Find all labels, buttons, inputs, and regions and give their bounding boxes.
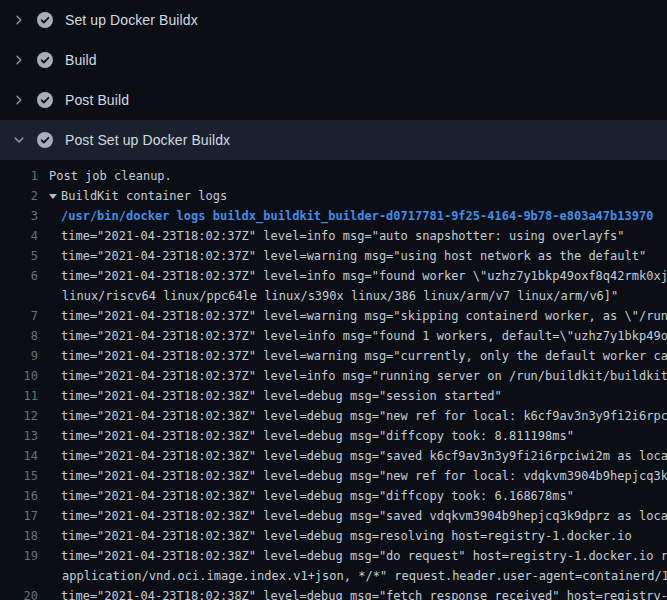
- log-text: time="2021-04-23T18:02:38Z" level=debug …: [61, 529, 632, 543]
- log-text-wrapper: application/vnd.oci.image.index.v1+json,…: [62, 566, 667, 586]
- line-number[interactable]: 9: [0, 346, 38, 366]
- log-text: time="2021-04-23T18:02:38Z" level=debug …: [61, 549, 667, 563]
- log-line: 1 Post job cleanup.: [0, 166, 667, 186]
- log-text: time="2021-04-23T18:02:38Z" level=debug …: [61, 449, 667, 463]
- log-text: Post job cleanup.: [49, 169, 172, 183]
- log-text-wrapper: time="2021-04-23T18:02:38Z" level=debug …: [61, 406, 667, 426]
- log-line: 14 time="2021-04-23T18:02:38Z" level=deb…: [0, 446, 667, 466]
- line-number[interactable]: 17: [0, 506, 38, 526]
- log-text-wrapper: time="2021-04-23T18:02:38Z" level=debug …: [61, 546, 667, 566]
- log-text: time="2021-04-23T18:02:37Z" level=info m…: [61, 369, 667, 383]
- log-text: linux/riscv64 linux/ppc64le linux/s390x …: [62, 289, 618, 303]
- log-text-wrapper: BuildKit container logs: [49, 186, 227, 206]
- log-line: 6 time="2021-04-23T18:02:37Z" level=info…: [0, 266, 667, 286]
- log-text-wrapper: time="2021-04-23T18:02:38Z" level=debug …: [61, 446, 667, 466]
- line-number[interactable]: 12: [0, 406, 38, 426]
- log-line: 3 /usr/bin/docker logs buildx_buildkit_b…: [0, 206, 667, 226]
- line-number[interactable]: 8: [0, 326, 38, 346]
- log-text-wrapper: time="2021-04-23T18:02:37Z" level=info m…: [61, 366, 667, 386]
- log-text: BuildKit container logs: [61, 189, 227, 203]
- step-label: Post Set up Docker Buildx: [65, 132, 230, 148]
- log-line: 13 time="2021-04-23T18:02:38Z" level=deb…: [0, 426, 667, 446]
- log-text: time="2021-04-23T18:02:38Z" level=debug …: [61, 409, 667, 423]
- chevron-right-icon[interactable]: [11, 92, 27, 108]
- line-number[interactable]: 16: [0, 486, 38, 506]
- log-text-wrapper: time="2021-04-23T18:02:37Z" level=warnin…: [61, 306, 667, 326]
- log-text: time="2021-04-23T18:02:37Z" level=warnin…: [61, 349, 667, 363]
- log-text-wrapper: time="2021-04-23T18:02:37Z" level=warnin…: [61, 346, 667, 366]
- log-line: linux/riscv64 linux/ppc64le linux/s390x …: [0, 286, 667, 306]
- log-text: time="2021-04-23T18:02:38Z" level=debug …: [61, 429, 574, 443]
- log-text: time="2021-04-23T18:02:37Z" level=warnin…: [61, 249, 646, 263]
- log-text: time="2021-04-23T18:02:37Z" level=warnin…: [61, 309, 667, 323]
- line-number[interactable]: 5: [0, 246, 38, 266]
- log-line: 9 time="2021-04-23T18:02:37Z" level=warn…: [0, 346, 667, 366]
- log-line: 8 time="2021-04-23T18:02:37Z" level=info…: [0, 326, 667, 346]
- line-number[interactable]: 14: [0, 446, 38, 466]
- line-number[interactable]: 1: [0, 166, 38, 186]
- line-number[interactable]: 15: [0, 466, 38, 486]
- log-line: 20 time="2021-04-23T18:02:38Z" level=deb…: [0, 586, 667, 600]
- log-line: 17 time="2021-04-23T18:02:38Z" level=deb…: [0, 506, 667, 526]
- log-text: time="2021-04-23T18:02:37Z" level=info m…: [61, 229, 625, 243]
- group-triangle-icon[interactable]: [49, 194, 57, 199]
- log-text-wrapper: linux/riscv64 linux/ppc64le linux/s390x …: [62, 286, 618, 306]
- check-circle-icon: [37, 92, 53, 108]
- actions-log-viewer: Set up Docker Buildx Build: [0, 0, 667, 600]
- step-header[interactable]: Post Build: [0, 80, 667, 120]
- log-text-wrapper: time="2021-04-23T18:02:37Z" level=info m…: [61, 226, 625, 246]
- log-line: application/vnd.oci.image.index.v1+json,…: [0, 566, 667, 586]
- log-text-wrapper: time="2021-04-23T18:02:37Z" level=warnin…: [61, 246, 646, 266]
- log-text-wrapper: /usr/bin/docker logs buildx_buildkit_bui…: [61, 206, 653, 226]
- log-text-wrapper: time="2021-04-23T18:02:37Z" level=info m…: [61, 266, 667, 286]
- log-text: time="2021-04-23T18:02:37Z" level=info m…: [61, 329, 667, 343]
- log-text-wrapper: time="2021-04-23T18:02:38Z" level=debug …: [61, 586, 667, 600]
- log-text-wrapper: Post job cleanup.: [49, 166, 172, 186]
- log-line: 4 time="2021-04-23T18:02:37Z" level=info…: [0, 226, 667, 246]
- log-text: application/vnd.oci.image.index.v1+json,…: [62, 569, 667, 583]
- steps-list: Set up Docker Buildx Build: [0, 0, 667, 160]
- log-line: 15 time="2021-04-23T18:02:38Z" level=deb…: [0, 466, 667, 486]
- log-text: time="2021-04-23T18:02:37Z" level=info m…: [61, 269, 667, 283]
- log-text-wrapper: time="2021-04-23T18:02:38Z" level=debug …: [61, 466, 667, 486]
- log-text: time="2021-04-23T18:02:38Z" level=debug …: [61, 589, 667, 600]
- line-number[interactable]: 20: [0, 586, 38, 600]
- chevron-right-icon[interactable]: [11, 12, 27, 28]
- line-number[interactable]: 2: [0, 186, 38, 206]
- line-number[interactable]: 18: [0, 526, 38, 546]
- step-label: Build: [65, 52, 97, 68]
- line-number[interactable]: 13: [0, 426, 38, 446]
- line-number[interactable]: [0, 286, 38, 306]
- line-number[interactable]: 6: [0, 266, 38, 286]
- log-line: 2 BuildKit container logs: [0, 186, 667, 206]
- log-line: 19 time="2021-04-23T18:02:38Z" level=deb…: [0, 546, 667, 566]
- line-number[interactable]: 4: [0, 226, 38, 246]
- line-number[interactable]: 19: [0, 546, 38, 566]
- log-text: time="2021-04-23T18:02:38Z" level=debug …: [61, 389, 502, 403]
- check-circle-icon: [37, 52, 53, 68]
- line-number[interactable]: [0, 566, 38, 586]
- log-text-wrapper: time="2021-04-23T18:02:38Z" level=debug …: [61, 426, 574, 446]
- log-text: time="2021-04-23T18:02:38Z" level=debug …: [61, 489, 574, 503]
- check-circle-icon: [37, 132, 53, 148]
- log-text-wrapper: time="2021-04-23T18:02:38Z" level=debug …: [61, 506, 667, 526]
- check-circle-icon: [37, 12, 53, 28]
- log-line: 18 time="2021-04-23T18:02:38Z" level=deb…: [0, 526, 667, 546]
- log-line: 5 time="2021-04-23T18:02:37Z" level=warn…: [0, 246, 667, 266]
- step-header[interactable]: Set up Docker Buildx: [0, 0, 667, 40]
- log-output: 1 Post job cleanup. 2 BuildKit container…: [0, 160, 667, 600]
- chevron-down-icon[interactable]: [11, 132, 27, 148]
- step-header[interactable]: Build: [0, 40, 667, 80]
- step-label: Post Build: [65, 92, 129, 108]
- log-text-wrapper: time="2021-04-23T18:02:38Z" level=debug …: [61, 526, 632, 546]
- line-number[interactable]: 3: [0, 206, 38, 226]
- log-line: 16 time="2021-04-23T18:02:38Z" level=deb…: [0, 486, 667, 506]
- step-header[interactable]: Post Set up Docker Buildx: [0, 120, 667, 160]
- chevron-right-icon[interactable]: [11, 52, 27, 68]
- log-text-wrapper: time="2021-04-23T18:02:38Z" level=debug …: [61, 486, 574, 506]
- log-line: 12 time="2021-04-23T18:02:38Z" level=deb…: [0, 406, 667, 426]
- log-line: 7 time="2021-04-23T18:02:37Z" level=warn…: [0, 306, 667, 326]
- line-number[interactable]: 7: [0, 306, 38, 326]
- line-number[interactable]: 10: [0, 366, 38, 386]
- line-number[interactable]: 11: [0, 386, 38, 406]
